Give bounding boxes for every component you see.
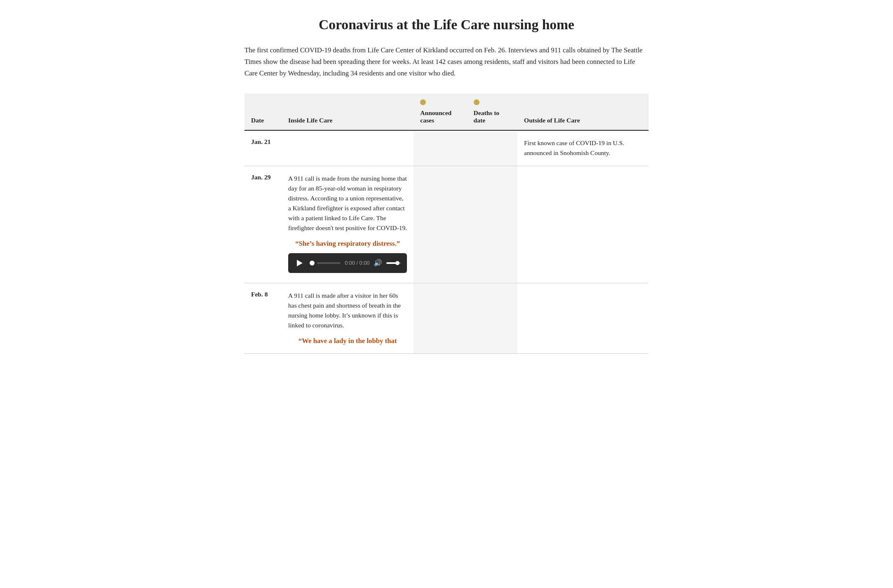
time-display: 0:00 / 0:00 — [345, 259, 369, 267]
audio-player[interactable]: 0:00 / 0:00 🔊 — [288, 253, 407, 273]
progress-track — [317, 262, 341, 264]
page-title: Coronavirus at the Life Care nursing hom… — [244, 16, 649, 33]
header-deaths: Deaths to date — [467, 94, 517, 130]
intro-text: The first confirmed COVID-19 deaths from… — [244, 45, 649, 79]
row-inside — [282, 130, 414, 166]
table-row: Feb. 8 A 911 call is made after a visito… — [244, 283, 649, 354]
progress-knob — [310, 261, 315, 266]
play-button[interactable] — [294, 257, 306, 269]
header-inside: Inside Life Care — [282, 94, 414, 130]
header-outside: Outside of Life Care — [517, 94, 649, 130]
deaths-dot — [474, 99, 479, 105]
quote-text: “We have a lady in the lobby that — [288, 336, 407, 346]
announced-dot — [420, 99, 426, 105]
play-icon — [297, 260, 303, 266]
volume-track — [386, 262, 401, 264]
table-row: Jan. 29 A 911 call is made from the nurs… — [244, 166, 649, 283]
header-announced: Announced cases — [414, 94, 467, 130]
row-inside: A 911 call is made from the nursing home… — [282, 166, 414, 283]
row-date: Feb. 8 — [244, 283, 282, 354]
row-date: Jan. 29 — [244, 166, 282, 283]
row-date: Jan. 21 — [244, 130, 282, 166]
volume-control[interactable] — [386, 262, 401, 264]
volume-fill — [386, 262, 396, 264]
progress-bar[interactable] — [310, 261, 341, 266]
row-announced — [414, 166, 467, 283]
row-deaths — [467, 283, 517, 354]
table-header-row: Date Inside Life Care Announced cases De… — [244, 94, 649, 130]
row-announced — [414, 130, 467, 166]
header-date: Date — [244, 94, 282, 130]
volume-knob — [395, 261, 400, 265]
row-outside — [517, 166, 649, 283]
row-inside: A 911 call is made after a visitor in he… — [282, 283, 414, 354]
row-outside: First known case of COVID-19 in U.S. ann… — [517, 130, 649, 166]
quote-text: “She’s having respiratory distress.” — [288, 239, 407, 248]
timeline-table: Date Inside Life Care Announced cases De… — [244, 94, 649, 354]
row-outside — [517, 283, 649, 354]
row-announced — [414, 283, 467, 354]
table-row: Jan. 21 First known case of COVID-19 in … — [244, 130, 649, 166]
row-deaths — [467, 166, 517, 283]
row-deaths — [467, 130, 517, 166]
volume-icon: 🔊 — [374, 258, 382, 268]
